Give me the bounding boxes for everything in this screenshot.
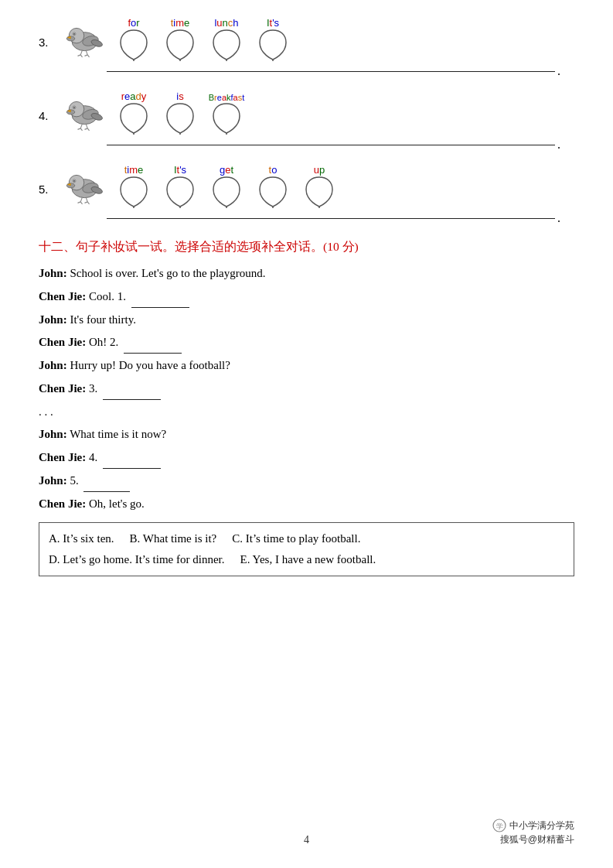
bird-icon-5 bbox=[60, 161, 107, 207]
exercise-4-num: 4. bbox=[39, 87, 60, 122]
blank-3 bbox=[103, 399, 161, 400]
tulip-lunch: lunch bbox=[206, 17, 247, 61]
speaker-chenjie-3: Chen Jie: bbox=[39, 382, 86, 395]
exercise-3-num: 3. bbox=[39, 14, 60, 49]
john-text-1: School is over. Let's go to the playgrou… bbox=[67, 267, 266, 279]
speaker-john-4: John: bbox=[39, 428, 67, 440]
dialogue-8: Chen Jie: 4. bbox=[39, 447, 574, 469]
blank-1 bbox=[131, 307, 189, 308]
watermark-text-2: 搜狐号@财精蓄斗 bbox=[492, 832, 574, 846]
page-number: 4 bbox=[304, 834, 309, 846]
dialogue-10: Chen Jie: Oh, let's go. bbox=[39, 494, 574, 515]
speaker-chenjie-4: Chen Jie: bbox=[39, 451, 86, 463]
option-d: D. Let’s go home. It’s time for dinner. bbox=[49, 549, 224, 570]
watermark: 学 中小学满分学苑 搜狐号@财精蓄斗 bbox=[492, 818, 574, 846]
options-row-2: D. Let’s go home. It’s time for dinner. … bbox=[49, 549, 564, 570]
tulip-is: is bbox=[159, 91, 201, 135]
svg-line-43 bbox=[80, 197, 82, 202]
options-row-1: A. It’s six ten. B. What time is it? C. … bbox=[49, 528, 564, 549]
svg-point-40 bbox=[73, 180, 75, 182]
answer-line-3: . bbox=[107, 64, 574, 78]
tulip-get: get bbox=[206, 164, 247, 208]
bird-icon-4 bbox=[60, 87, 107, 134]
john-text-4: What time is it now? bbox=[67, 428, 166, 440]
blank-2 bbox=[124, 353, 182, 354]
answer-line-4: . bbox=[107, 138, 574, 152]
chenjie-text-5: Oh, let's go. bbox=[86, 497, 145, 510]
john-text-3: Hurry up! Do you have a football? bbox=[67, 359, 230, 371]
option-b: B. What time is it? bbox=[130, 528, 217, 549]
tulip-up: up bbox=[298, 164, 340, 208]
svg-line-26 bbox=[80, 124, 82, 128]
svg-line-30 bbox=[85, 128, 88, 130]
watermark-icon: 学 bbox=[492, 818, 506, 832]
chenjie-text-3: 3. bbox=[86, 382, 163, 395]
svg-line-46 bbox=[80, 202, 82, 204]
exercise-4-section: 4. ready bbox=[39, 87, 574, 152]
section-12: 十二、句子补妆试一试。选择合适的选项补全对话。(10 分) John: Scho… bbox=[39, 239, 574, 576]
tulips-row-5: time It's get bbox=[113, 161, 340, 208]
speaker-chenjie-1: Chen Jie: bbox=[39, 290, 86, 302]
tulip-to: to bbox=[252, 164, 294, 208]
dialogue-4: Chen Jie: Oh! 2. bbox=[39, 332, 574, 354]
john-text-2: It's four thirty. bbox=[67, 313, 136, 326]
svg-line-12 bbox=[85, 55, 88, 56]
option-e: E. Yes, I have a new football. bbox=[240, 549, 376, 570]
tulip-time-5: time bbox=[113, 164, 155, 208]
exercise-5-section: 5. time bbox=[39, 161, 574, 225]
watermark-text-1: 中小学满分学苑 bbox=[509, 818, 574, 832]
svg-text:学: 学 bbox=[496, 822, 503, 830]
svg-line-28 bbox=[78, 128, 81, 130]
speaker-john-5: John: bbox=[39, 474, 67, 487]
speaker-john-2: John: bbox=[39, 313, 67, 326]
dialogue-1: John: School is over. Let's go to the pl… bbox=[39, 263, 574, 285]
tulip-time-3: time bbox=[159, 17, 201, 61]
blank-5 bbox=[83, 491, 130, 492]
section-12-title: 十二、句子补妆试一试。选择合适的选项补全对话。(10 分) bbox=[39, 239, 574, 255]
speaker-chenjie-5: Chen Jie: bbox=[39, 497, 86, 510]
tulips-row-3: for time lunch bbox=[113, 14, 294, 61]
tulip-ready: ready bbox=[113, 91, 155, 135]
svg-line-48 bbox=[87, 202, 89, 204]
svg-line-31 bbox=[87, 128, 89, 131]
tulip-its-3: It's bbox=[252, 17, 294, 61]
svg-point-23 bbox=[73, 107, 75, 108]
chenjie-text-4: 4. bbox=[86, 451, 163, 463]
svg-line-45 bbox=[78, 202, 81, 203]
dialogue-ellipsis: . . . bbox=[39, 402, 574, 423]
dialogue-2: Chen Jie: Cool. 1. bbox=[39, 286, 574, 308]
dialogue-3: John: It's four thirty. bbox=[39, 309, 574, 331]
dialogue-9: John: 5. bbox=[39, 470, 574, 492]
chenjie-text-1: Cool. 1. bbox=[86, 290, 191, 302]
svg-line-10 bbox=[78, 55, 81, 56]
options-box: A. It’s six ten. B. What time is it? C. … bbox=[39, 522, 574, 576]
svg-line-11 bbox=[80, 55, 82, 57]
blank-4 bbox=[103, 468, 161, 469]
speaker-john-3: John: bbox=[39, 359, 67, 371]
answer-line-5: . bbox=[107, 211, 574, 225]
svg-line-8 bbox=[80, 50, 82, 55]
option-a: A. It’s six ten. bbox=[49, 528, 114, 549]
svg-line-47 bbox=[85, 202, 88, 203]
exercise-5-num: 5. bbox=[39, 161, 60, 196]
svg-line-29 bbox=[80, 128, 82, 131]
john-text-5: 5. bbox=[67, 474, 133, 487]
tulip-for: for bbox=[113, 17, 155, 61]
chenjie-text-2: Oh! 2. bbox=[86, 336, 184, 348]
option-c: C. It’s time to play football. bbox=[232, 528, 360, 549]
tulip-its-5: It's bbox=[159, 164, 201, 208]
dialogue-5: John: Hurry up! Do you have a football? bbox=[39, 355, 574, 377]
bird-icon-3 bbox=[60, 14, 107, 60]
watermark-logo: 学 中小学满分学苑 bbox=[492, 818, 574, 832]
exercise-3-section: 3. bbox=[39, 14, 574, 78]
dialogue-6: Chen Jie: 3. bbox=[39, 378, 574, 400]
svg-point-5 bbox=[73, 33, 75, 35]
ellipsis-text: . . . bbox=[39, 405, 53, 418]
tulips-row-4: ready is Breakfast bbox=[113, 87, 247, 135]
tulip-breakfast: Breakfast bbox=[206, 93, 247, 135]
page: 3. bbox=[0, 0, 613, 868]
speaker-chenjie-2: Chen Jie: bbox=[39, 336, 86, 348]
speaker-john-1: John: bbox=[39, 267, 67, 279]
dialogue-7: John: What time is it now? bbox=[39, 424, 574, 446]
svg-line-13 bbox=[87, 55, 89, 57]
